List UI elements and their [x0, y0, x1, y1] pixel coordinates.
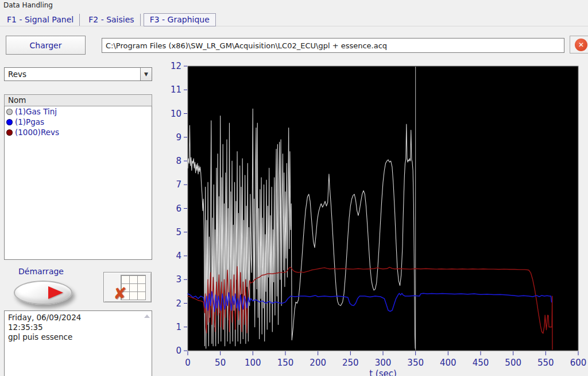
- svg-text:7: 7: [176, 179, 181, 190]
- svg-text:5: 5: [176, 227, 181, 237]
- svg-text:50: 50: [215, 358, 226, 368]
- svg-text:150: 150: [277, 358, 294, 368]
- svg-text:9: 9: [176, 132, 181, 143]
- list-item-label: (1000)Revs: [15, 128, 59, 137]
- svg-text:300: 300: [375, 358, 392, 368]
- signal-list-header: Nom: [4, 94, 152, 106]
- signal-select-dropdown[interactable]: Revs ▼: [4, 67, 152, 81]
- svg-text:12: 12: [171, 61, 181, 71]
- signal-list: Nom (1)Gas Tinj (1)Pgas (1000)Revs: [4, 94, 152, 260]
- svg-text:t (sec): t (sec): [369, 369, 397, 376]
- svg-text:600: 600: [570, 358, 587, 368]
- svg-text:350: 350: [407, 358, 424, 368]
- list-item-label: (1)Pgas: [15, 117, 44, 126]
- list-item[interactable]: (1)Pgas: [5, 117, 152, 127]
- tab-signal-panel[interactable]: F1 - Signal Panel: [1, 14, 80, 26]
- svg-text:3: 3: [176, 274, 181, 285]
- list-item-label: (1)Gas Tinj: [15, 107, 57, 116]
- svg-text:100: 100: [245, 358, 261, 368]
- svg-text:0: 0: [185, 358, 191, 368]
- svg-text:550: 550: [537, 358, 554, 368]
- clear-grid-button[interactable]: ✘: [103, 272, 152, 302]
- charger-button[interactable]: Charger: [6, 36, 86, 55]
- acquisition-log[interactable]: Friday, 06/09/2024 12:35:35 gpl puis ess…: [4, 310, 152, 376]
- start-button[interactable]: [14, 281, 72, 305]
- svg-text:450: 450: [473, 358, 489, 368]
- svg-text:250: 250: [342, 358, 359, 368]
- svg-text:2: 2: [176, 298, 181, 309]
- data-handling-window: Data Handling F1 - Signal Panel F2 - Sai…: [0, 0, 588, 376]
- list-item[interactable]: (1)Gas Tinj: [5, 106, 152, 117]
- scroll-up-icon[interactable]: [144, 314, 150, 318]
- demarrage-label: Démarrage: [18, 267, 64, 276]
- svg-text:500: 500: [505, 358, 521, 368]
- svg-text:0: 0: [176, 346, 181, 356]
- list-item[interactable]: (1000)Revs: [5, 127, 152, 137]
- file-path-input[interactable]: [102, 38, 564, 53]
- signal-color-dot-blue: [6, 119, 13, 125]
- svg-text:8: 8: [176, 156, 181, 166]
- svg-text:1: 1: [176, 322, 181, 332]
- x-mark-icon: ✘: [113, 284, 126, 303]
- acquisition-log-text: Friday, 06/09/2024 12:35:35 gpl puis ess…: [8, 313, 141, 342]
- window-title: Data Handling: [3, 1, 53, 9]
- close-icon: ✕: [575, 39, 587, 51]
- chart-svg[interactable]: 0501001502002503003504004505005506000123…: [164, 60, 588, 376]
- signal-select-value: Revs: [8, 70, 26, 79]
- svg-text:4: 4: [176, 251, 181, 261]
- svg-text:10: 10: [171, 109, 181, 119]
- tab-graphique[interactable]: F3 - Graphique: [144, 13, 216, 26]
- charger-button-label: Charger: [30, 41, 62, 50]
- tab-saisies[interactable]: F2 - Saisies: [83, 14, 140, 26]
- chevron-down-icon[interactable]: ▼: [140, 68, 152, 80]
- signal-color-dot-darkred: [6, 129, 13, 136]
- svg-text:200: 200: [310, 358, 326, 368]
- tab-bar: F1 - Signal Panel F2 - Saisies F3 - Grap…: [0, 13, 588, 26]
- svg-text:6: 6: [176, 204, 181, 214]
- svg-text:11: 11: [171, 85, 181, 95]
- close-file-button[interactable]: ✕: [570, 36, 588, 53]
- play-icon: [48, 286, 63, 299]
- svg-text:400: 400: [440, 358, 457, 368]
- signal-color-dot-gray: [6, 109, 13, 115]
